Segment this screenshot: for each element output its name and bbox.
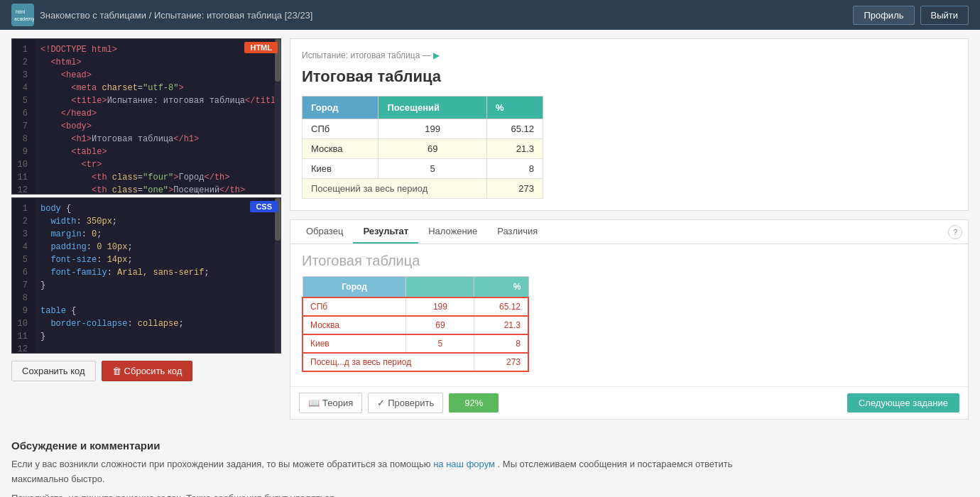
css-code-content[interactable]: body { width: 350px; margin: 0; padding:… [35, 198, 281, 353]
ref-td-city: СПб [303, 119, 379, 139]
css-editor[interactable]: CSS 12345 678910 1112131415 1617181920 2… [11, 197, 281, 354]
main-container: HTML 12345 678910 1112131415 1617181920 … [0, 30, 980, 428]
result-td-city: СПб [303, 297, 406, 316]
header: html academy Знакомство с таблицами / Ис… [0, 0, 980, 30]
result-td-percent: 21.3 [474, 316, 528, 334]
table-row: Киев 5 8 [303, 159, 543, 179]
svg-text:academy: academy [14, 16, 34, 22]
css-badge: CSS [250, 201, 278, 212]
tab-content: Итоговая таблица Город % СПб 199 [290, 244, 968, 386]
theory-icon: 📖 [308, 398, 320, 408]
reference-table: Город Посещений % СПб 199 65.12 Москва 6… [302, 96, 543, 199]
html-code-content[interactable]: <!DOCTYPE html> <html> <head> <meta char… [35, 39, 281, 194]
ref-td-city: Москва [303, 139, 379, 159]
ref-td-total-value: 273 [486, 179, 543, 199]
ref-td-city: Киев [303, 159, 379, 179]
svg-rect-0 [11, 4, 34, 26]
reset-icon: 🗑 [112, 366, 121, 376]
table-row: Посещ...д за весь период 273 [303, 353, 528, 371]
ref-td-visits: 199 [379, 119, 487, 139]
ref-td-percent: 21.3 [486, 139, 543, 159]
tab-help[interactable]: ? [948, 225, 962, 239]
result-td-city: Киев [303, 334, 406, 353]
ref-th-city: Город [303, 97, 379, 119]
ref-td-total-label: Посещений за весь период [303, 179, 487, 199]
tab-rezultat[interactable]: Результат [353, 220, 418, 244]
css-line-numbers: 12345 678910 1112131415 1617181920 21 [12, 198, 35, 353]
result-table: Город % СПб 199 65.12 Москва [302, 276, 529, 372]
result-td-visits: 199 [406, 297, 474, 316]
theory-button[interactable]: 📖 Теория [299, 393, 362, 413]
ref-td-percent: 8 [486, 159, 543, 179]
check-button[interactable]: ✓ Проверить [368, 393, 443, 413]
ref-th-percent: % [486, 97, 543, 119]
preview-panel: Испытание: итоговая таблица — ▶ Итоговая… [290, 38, 969, 420]
svg-text:html: html [16, 9, 26, 14]
result-td-visits: 5 [406, 334, 474, 353]
tab-razlichiya[interactable]: Различия [487, 220, 548, 244]
table-row: СПб 199 65.12 [303, 297, 528, 316]
reference-title: Итоговая таблица [302, 67, 957, 86]
header-breadcrumb: Знакомство с таблицами / Испытание: итог… [40, 10, 312, 21]
check-icon: ✓ [377, 398, 385, 408]
result-td-city: Москва [303, 316, 406, 334]
html-editor[interactable]: HTML 12345 678910 1112131415 1617181920 … [11, 38, 281, 195]
logo-icon: html academy [11, 4, 34, 26]
discussion-title: Обсуждение и комментарии [11, 439, 741, 452]
reference-breadcrumb: Испытание: итоговая таблица — ▶ [302, 50, 957, 60]
discussion-text1: Если у вас возникли сложности при прохож… [11, 457, 741, 487]
tab-obrazec[interactable]: Образец [296, 220, 353, 244]
reset-button[interactable]: 🗑 Сбросить код [102, 361, 193, 381]
css-scrollbar[interactable] [275, 198, 281, 353]
result-td-percent: 65.12 [474, 297, 528, 316]
tab-nalozhenie[interactable]: Наложение [418, 220, 487, 244]
ref-th-visits: Посещений [379, 97, 487, 119]
logout-button[interactable]: Выйти [920, 6, 969, 25]
discussion-text2: Пожалуйста, не пишите решение задач. Так… [11, 491, 741, 497]
discussion-forum-link[interactable]: на наш форум [433, 459, 495, 469]
result-th-percent: % [474, 277, 528, 298]
result-th-visits [406, 277, 474, 298]
table-row: Москва 69 21.3 [303, 316, 528, 334]
result-td-percent: 8 [474, 334, 528, 353]
next-button[interactable]: Следующее задание [847, 393, 959, 413]
discussion-section: Обсуждение и комментарии Если у вас возн… [0, 428, 753, 497]
ref-td-visits: 69 [379, 139, 487, 159]
tabs-box: Образец Результат Наложение Различия ? И… [290, 219, 969, 420]
html-scrollbar[interactable] [275, 39, 281, 194]
profile-button[interactable]: Профиль [853, 6, 914, 25]
result-td-total-label: Посещ...д за весь период [303, 353, 474, 371]
bottom-toolbar: 📖 Теория ✓ Проверить 92% Следующее задан… [290, 386, 968, 419]
editor-buttons: Сохранить код 🗑 Сбросить код [11, 355, 281, 387]
result-preview-title: Итоговая таблица [302, 253, 957, 269]
table-row: Москва 69 21.3 [303, 139, 543, 159]
table-row: Посещений за весь период 273 [303, 179, 543, 199]
header-buttons: Профиль Выйти [853, 6, 969, 25]
header-logo: html academy Знакомство с таблицами / Ис… [11, 4, 312, 26]
tabs-header: Образец Результат Наложение Различия ? [290, 220, 968, 244]
result-th-city: Город [303, 277, 406, 298]
table-row: Киев 5 8 [303, 334, 528, 353]
html-line-numbers: 12345 678910 1112131415 1617181920 21 [12, 39, 35, 194]
progress-bar: 92% [449, 393, 499, 413]
result-td-total-value: 273 [474, 353, 528, 371]
reference-box: Испытание: итоговая таблица — ▶ Итоговая… [290, 38, 969, 211]
result-td-visits: 69 [406, 316, 474, 334]
ref-td-percent: 65.12 [486, 119, 543, 139]
ref-td-visits: 5 [379, 159, 487, 179]
editors-panel: HTML 12345 678910 1112131415 1617181920 … [11, 38, 281, 420]
save-button[interactable]: Сохранить код [11, 361, 96, 381]
table-row: СПб 199 65.12 [303, 119, 543, 139]
html-badge: HTML [244, 42, 278, 53]
